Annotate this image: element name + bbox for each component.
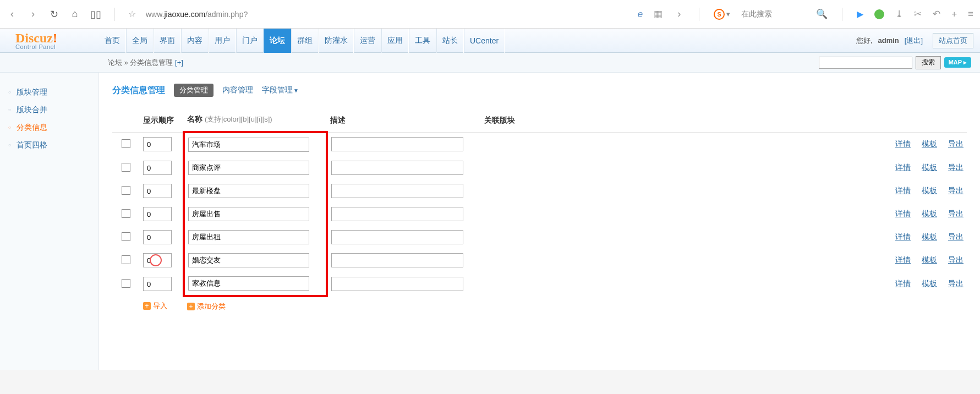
subtab-category[interactable]: 分类管理 — [174, 84, 213, 97]
action-export[interactable]: 导出 — [948, 163, 963, 172]
admin-search-button[interactable]: 搜索 — [916, 56, 941, 69]
top-nav-item[interactable]: 首页 — [99, 29, 126, 53]
download-icon[interactable]: ⤓ — [895, 8, 903, 20]
desc-input[interactable] — [331, 277, 463, 291]
order-input[interactable] — [143, 161, 172, 175]
top-nav-item[interactable]: 论坛 — [264, 29, 291, 53]
action-detail[interactable]: 详情 — [895, 279, 911, 288]
action-detail[interactable]: 详情 — [895, 186, 911, 195]
action-template[interactable]: 模板 — [922, 209, 937, 218]
desc-input[interactable] — [331, 184, 463, 198]
order-input[interactable] — [143, 230, 172, 244]
subtab-content[interactable]: 内容管理 — [222, 85, 253, 95]
top-nav-item[interactable]: 应用 — [381, 29, 409, 53]
top-nav-item[interactable]: 内容 — [181, 29, 209, 53]
map-badge[interactable]: MAP ▸ — [944, 57, 971, 68]
action-template[interactable]: 模板 — [922, 186, 937, 195]
refresh-icon[interactable]: ↻ — [48, 8, 59, 20]
logout-link[interactable]: [退出] — [905, 36, 923, 46]
table-row: 详情模板导出 — [112, 203, 967, 226]
top-nav-item[interactable]: 用户 — [209, 29, 236, 53]
order-input[interactable] — [143, 277, 172, 291]
sidebar-item[interactable]: 首页四格 — [0, 136, 98, 154]
action-detail[interactable]: 详情 — [895, 255, 911, 264]
top-nav-item[interactable]: 界面 — [154, 29, 181, 53]
menu-icon[interactable]: ≡ — [968, 9, 973, 20]
add-tab-icon[interactable]: + — [951, 9, 957, 20]
forward-button[interactable]: › — [28, 8, 39, 20]
desc-input[interactable] — [331, 253, 463, 267]
action-detail[interactable]: 详情 — [895, 163, 911, 172]
row-checkbox[interactable] — [122, 232, 130, 241]
sogou-icon[interactable]: S▾ — [714, 9, 730, 20]
row-checkbox[interactable] — [122, 186, 130, 195]
order-input[interactable] — [143, 253, 172, 267]
breadcrumb-part-1: 论坛 — [108, 58, 122, 67]
search-placeholder[interactable]: 在此搜索 — [741, 9, 772, 19]
action-template[interactable]: 模板 — [922, 279, 937, 288]
favorite-icon[interactable]: ☆ — [128, 9, 136, 19]
name-input[interactable] — [188, 230, 309, 244]
top-nav-item[interactable]: 全局 — [126, 29, 154, 53]
name-input[interactable] — [188, 253, 309, 267]
name-input[interactable] — [188, 184, 309, 198]
order-input[interactable] — [143, 137, 172, 151]
sidebar-item[interactable]: 版块合并 — [0, 101, 98, 119]
admin-search-input[interactable] — [819, 57, 912, 69]
top-nav-item[interactable]: 运营 — [354, 29, 381, 53]
desc-input[interactable] — [331, 137, 463, 151]
order-input[interactable] — [143, 184, 172, 198]
row-checkbox[interactable] — [122, 209, 130, 218]
action-template[interactable]: 模板 — [922, 139, 937, 148]
wechat-icon[interactable] — [874, 9, 884, 19]
import-link[interactable]: +导入 — [143, 302, 167, 310]
cut-icon[interactable]: ✂ — [914, 8, 922, 20]
site-home-button[interactable]: 站点首页 — [933, 33, 973, 48]
action-template[interactable]: 模板 — [922, 255, 937, 264]
ie-icon[interactable]: e — [638, 9, 643, 20]
desc-input[interactable] — [331, 161, 463, 175]
top-nav-item[interactable]: 门户 — [236, 29, 264, 53]
action-template[interactable]: 模板 — [922, 163, 937, 172]
action-detail[interactable]: 详情 — [895, 232, 911, 241]
row-checkbox[interactable] — [122, 255, 130, 264]
subtab-fields[interactable]: 字段管理▼ — [262, 85, 299, 95]
action-export[interactable]: 导出 — [948, 209, 963, 218]
action-export[interactable]: 导出 — [948, 232, 963, 241]
desc-input[interactable] — [331, 230, 463, 244]
chevron-right-icon[interactable]: › — [674, 8, 685, 20]
action-detail[interactable]: 详情 — [895, 209, 911, 218]
row-checkbox[interactable] — [122, 163, 130, 172]
sidebar-item[interactable]: 分类信息 — [0, 119, 98, 136]
top-nav-item[interactable]: 群组 — [291, 29, 319, 53]
order-input[interactable] — [143, 207, 172, 221]
sidebar-item[interactable]: 版块管理 — [0, 84, 98, 101]
qr-icon[interactable]: ▦ — [654, 8, 663, 20]
search-icon[interactable]: 🔍 — [816, 8, 828, 20]
top-nav-item[interactable]: 防灌水 — [319, 29, 354, 53]
name-input[interactable] — [188, 161, 309, 175]
action-export[interactable]: 导出 — [948, 139, 963, 148]
reader-icon[interactable]: ▯▯ — [90, 8, 101, 20]
name-input[interactable] — [188, 276, 309, 291]
action-template[interactable]: 模板 — [922, 232, 937, 241]
top-nav-item[interactable]: UCenter — [464, 29, 505, 53]
action-export[interactable]: 导出 — [948, 186, 963, 195]
desc-input[interactable] — [331, 207, 463, 221]
breadcrumb-add[interactable]: [+] — [173, 58, 183, 67]
name-input[interactable] — [188, 138, 309, 152]
action-detail[interactable]: 详情 — [895, 139, 911, 148]
top-nav-item[interactable]: 站长 — [436, 29, 464, 53]
undo-icon[interactable]: ↶ — [933, 8, 940, 20]
top-nav-item[interactable]: 工具 — [409, 29, 436, 53]
name-input[interactable] — [188, 207, 309, 221]
play-icon[interactable]: ▶ — [857, 9, 863, 19]
home-icon[interactable]: ⌂ — [69, 8, 80, 20]
row-checkbox[interactable] — [122, 139, 130, 148]
back-button[interactable]: ‹ — [7, 8, 18, 20]
url-bar[interactable]: www.jiaoxue.com/admin.php? — [146, 10, 628, 19]
row-checkbox[interactable] — [122, 279, 130, 288]
action-export[interactable]: 导出 — [948, 279, 963, 288]
action-export[interactable]: 导出 — [948, 255, 963, 264]
add-category-link[interactable]: +添加分类 — [187, 302, 226, 310]
